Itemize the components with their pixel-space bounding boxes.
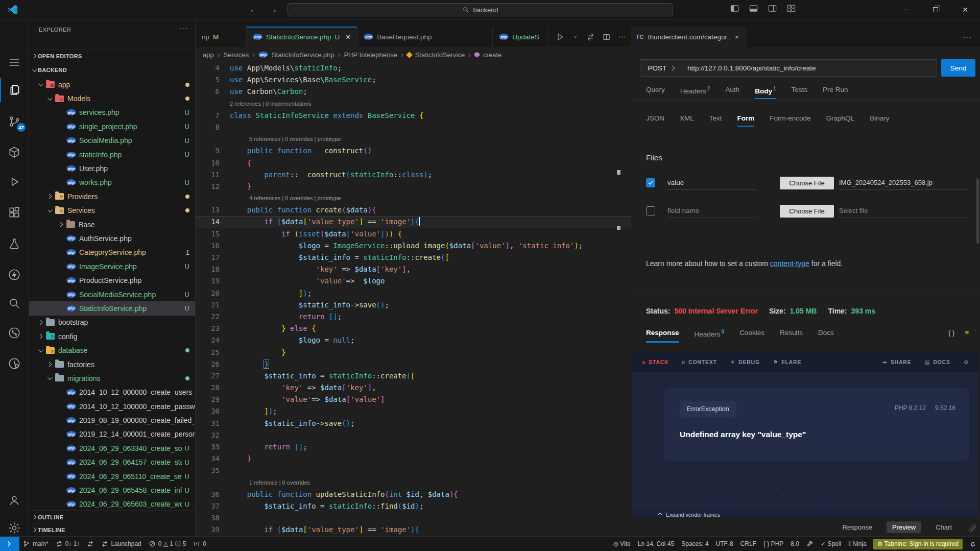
request-tab-query[interactable]: Query xyxy=(646,86,665,100)
nav-back-button[interactable]: ← xyxy=(247,4,261,16)
menu-icon[interactable] xyxy=(0,50,29,75)
status-git-branch[interactable]: main* xyxy=(19,537,52,551)
expand-vendor-frames[interactable]: Expand vendor frames xyxy=(632,508,979,517)
body-tab-form[interactable]: Form xyxy=(737,114,755,127)
git-graph-icon[interactable] xyxy=(0,321,29,345)
tab-close-icon[interactable]: ✕ xyxy=(345,33,351,41)
tree-item-app[interactable]: ▦app xyxy=(29,78,196,91)
response-tab-docs[interactable]: Docs xyxy=(818,329,834,343)
method-select[interactable]: POST xyxy=(640,59,682,77)
panel-scrollbar[interactable] xyxy=(976,178,979,244)
tree-item-services[interactable]: ⚙Services xyxy=(29,204,196,218)
open-editors-section[interactable]: OPEN EDITORS xyxy=(29,49,196,62)
status-git-sync[interactable]: 0↓ 1↑ xyxy=(52,537,84,551)
ignition-tab-stack[interactable]: ≡ STACK xyxy=(642,359,668,365)
response-menu-icon[interactable]: ≡ xyxy=(965,329,969,337)
workspace-root-section[interactable]: BACKEND xyxy=(29,63,196,77)
testing-icon[interactable] xyxy=(0,232,29,256)
resize-handle[interactable] xyxy=(968,524,976,532)
request-tab-tests[interactable]: Tests xyxy=(791,86,807,100)
request-tab-body[interactable]: Body1 xyxy=(755,86,776,100)
tree-item-base[interactable]: Base xyxy=(29,218,196,231)
breadcrumb-item[interactable]: app xyxy=(203,51,214,59)
choose-file-button[interactable]: Choose File xyxy=(780,205,834,218)
status-tools[interactable] xyxy=(803,537,817,551)
body-tab-xml[interactable]: XML xyxy=(680,114,694,127)
status-tabnine[interactable]: ⚙ Tabnine: Sign-in is required xyxy=(873,539,963,549)
tree-item-staticinfo.php[interactable]: phpstaticInfo.phpU xyxy=(29,148,196,161)
tree-item-authservice.php[interactable]: phpAuthService.php xyxy=(29,231,196,245)
breadcrumb-item[interactable]: Services xyxy=(223,51,249,59)
editor-tab-staticinfoservice.php[interactable]: phpStaticInfoService.phpU✕ xyxy=(247,27,357,47)
format-json-icon[interactable]: { } xyxy=(948,329,954,337)
field-name-input[interactable]: value xyxy=(667,176,757,190)
tree-item-2019_12_14_000001_create_personal_acc...[interactable]: php2019_12_14_000001_create_personal_acc… xyxy=(29,427,196,441)
toggle-panel-icon[interactable] xyxy=(749,4,758,13)
tree-item-socialmediaservice.php[interactable]: phpSocialMediaService.phpU xyxy=(29,288,196,301)
tree-item-2024_06_29_064157_create_static_in...[interactable]: php2024_06_29_064157_create_static_in...… xyxy=(29,456,196,469)
tree-item-single_project.php[interactable]: phpsingle_project.phpU xyxy=(29,119,196,133)
close-button[interactable]: ✕ xyxy=(950,0,980,19)
panel-more-actions-icon[interactable]: ··· xyxy=(963,32,980,47)
tree-item-services.php[interactable]: phpservices.phpU xyxy=(29,106,196,119)
tree-item-2014_10_12_000000_create_users_table.p...[interactable]: php2014_10_12_000000_create_users_table.… xyxy=(29,386,196,399)
tree-item-socialmedia.php[interactable]: phpSocialMedia.phpU xyxy=(29,134,196,148)
status-encoding[interactable]: UTF-8 xyxy=(712,537,737,551)
body-tab-json[interactable]: JSON xyxy=(646,114,664,127)
tree-item-user.php[interactable]: phpUser.php xyxy=(29,161,196,175)
chevron-down-icon[interactable] xyxy=(572,33,579,40)
outline-section[interactable]: OUTLINE xyxy=(29,510,196,523)
body-tab-form-encode[interactable]: Form-encode xyxy=(770,114,810,127)
sidebar-more-actions-icon[interactable]: ··· xyxy=(179,23,188,32)
tree-item-2014_10_12_100000_create_password_res...[interactable]: php2014_10_12_100000_create_password_res… xyxy=(29,399,196,413)
editor-tab-np[interactable]: npM xyxy=(196,27,247,47)
url-input[interactable]: http://127.0.0.1:8000/api/static_info/cr… xyxy=(682,59,937,77)
status-remote[interactable] xyxy=(0,537,19,551)
codelens-label[interactable]: 1 reference | 0 overrides xyxy=(249,477,630,489)
status-problems[interactable]: 0 △ 1 ⓘ 5 xyxy=(145,537,190,551)
account-icon[interactable] xyxy=(0,488,29,513)
status-vite[interactable]: ◎ Vite xyxy=(610,537,634,551)
status-open-changes[interactable] xyxy=(83,537,98,551)
tree-item-categoryservice.php[interactable]: phpCategoryService.php1 xyxy=(29,246,196,259)
source-control-icon[interactable]: 47 xyxy=(0,109,29,134)
thunder-client-tab[interactable]: TC thunderclient.com/categor.. × xyxy=(631,27,746,47)
tree-item-imageservice.php[interactable]: phpImageService.phpU xyxy=(29,259,196,273)
git-history-icon[interactable] xyxy=(0,351,29,376)
status-eol[interactable]: CRLF xyxy=(737,537,760,551)
explorer-icon[interactable] xyxy=(0,78,29,102)
ignition-tab-debug[interactable]: ⚘ DEBUG xyxy=(730,359,760,365)
extensions-icon[interactable] xyxy=(0,200,29,225)
tree-item-bootstrap[interactable]: bootstrap xyxy=(29,316,196,329)
split-editor-icon[interactable] xyxy=(602,33,611,41)
tree-item-staticinfoservice.php[interactable]: phpStaticInfoService.phpU xyxy=(29,301,196,315)
minimize-button[interactable]: − xyxy=(891,0,921,19)
field-name-input[interactable]: field name xyxy=(667,204,757,218)
choose-file-button[interactable]: Choose File xyxy=(780,177,834,189)
toggle-sidebar-icon[interactable] xyxy=(730,4,739,13)
tree-item-2024_06_29_065603_create_works_ta...[interactable]: php2024_06_29_065603_create_works_ta...U xyxy=(29,497,196,511)
view-switch-preview[interactable]: Preview xyxy=(887,521,921,533)
body-tab-graphql[interactable]: GraphQL xyxy=(826,114,855,127)
breadcrumb-item[interactable]: PHP Intelephense xyxy=(344,51,397,59)
checkbox-checked[interactable] xyxy=(646,178,655,187)
command-center-search[interactable]: backend xyxy=(288,3,673,16)
more-actions-icon[interactable] xyxy=(618,33,627,41)
run-icon[interactable] xyxy=(555,32,565,42)
editor-tab-updates[interactable]: phpUpdateS xyxy=(493,27,549,47)
body-tab-text[interactable]: Text xyxy=(709,114,722,127)
tree-item-models[interactable]: ▤Models xyxy=(29,91,196,105)
ignition-settings-icon[interactable]: ⚙ xyxy=(964,359,969,365)
ignition-tab-context[interactable]: ⌗ CONTEXT xyxy=(682,359,717,366)
view-switch-response[interactable]: Response xyxy=(842,523,872,531)
checkbox-unchecked[interactable] xyxy=(646,206,655,215)
restore-button[interactable] xyxy=(921,0,950,19)
status-ninja[interactable]: ‖ Ninja xyxy=(845,537,870,551)
timeline-section[interactable]: TIMELINE xyxy=(29,523,196,536)
response-tab-results[interactable]: Results xyxy=(780,329,803,343)
status-php-version[interactable]: 8.0 xyxy=(787,537,803,551)
request-tab-pre-run[interactable]: Pre Run xyxy=(823,86,848,100)
response-tab-headers[interactable]: Headers9 xyxy=(695,329,725,343)
tree-item-productservice.php[interactable]: phpProductService.php xyxy=(29,273,196,287)
tree-item-2024_06_29_065110_create_services_...[interactable]: php2024_06_29_065110_create_services_...… xyxy=(29,469,196,483)
